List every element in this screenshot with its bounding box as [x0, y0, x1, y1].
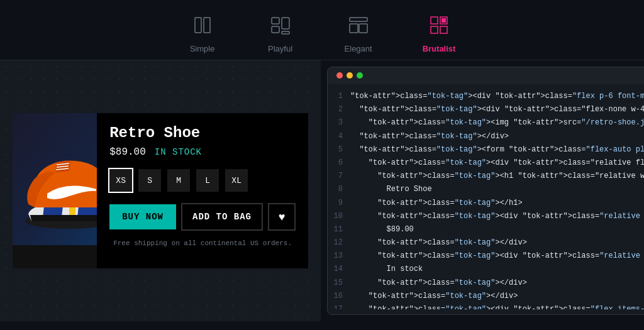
nav-item-brutalist[interactable]: Brutalist [423, 11, 456, 53]
left-panel: Retro Shoe $89.00 IN STOCK XS S M L XL B… [0, 60, 321, 321]
product-title: Retro Shoe [109, 124, 296, 141]
main-content: Retro Shoe $89.00 IN STOCK XS S M L XL B… [0, 60, 644, 321]
code-line: 5 "tok-attr">class="tok-tag"><form "tok-… [328, 143, 644, 157]
add-to-bag-button[interactable]: ADD TO BAG [181, 203, 263, 231]
code-line: 15 "tok-attr">class="tok-tag"></div> [328, 277, 644, 290]
line-content: "tok-attr">class="tok-tag"><div "tok-att… [350, 304, 644, 309]
line-number: 15 [328, 277, 350, 289]
code-line: 3 "tok-attr">class="tok-tag"><img "tok-a… [328, 116, 644, 129]
line-number: 12 [328, 237, 350, 249]
line-content: "tok-attr">class="tok-tag"><div "tok-att… [350, 104, 644, 116]
buy-now-button[interactable]: BUY NOW [109, 204, 176, 229]
svg-rect-8 [359, 24, 367, 33]
line-number: 13 [328, 250, 350, 262]
product-price: $89.00 [109, 146, 146, 158]
code-line: 1"tok-attr">class="tok-tag"><div "tok-at… [328, 90, 644, 103]
action-buttons: BUY NOW ADD TO BAG ♥ [109, 203, 296, 231]
line-content: "tok-attr">class="tok-tag"><div "tok-att… [350, 157, 644, 169]
size-xl-button[interactable]: XL [225, 169, 248, 192]
svg-rect-2 [272, 18, 279, 24]
svg-rect-1 [204, 18, 210, 33]
line-content: $89.00 [350, 224, 414, 236]
nav-item-playful[interactable]: Playful [267, 11, 294, 53]
line-number: 5 [328, 144, 350, 156]
svg-rect-4 [272, 26, 279, 33]
line-number: 2 [328, 104, 350, 116]
svg-rect-12 [440, 26, 447, 33]
code-line: 6 "tok-attr">class="tok-tag"><div "tok-a… [328, 157, 644, 170]
code-line: 10 "tok-attr">class="tok-tag"><div "tok-… [328, 210, 644, 223]
code-line: 2 "tok-attr">class="tok-tag"><div "tok-a… [328, 103, 644, 116]
layout-elegant-icon [345, 11, 372, 39]
code-line: 12 "tok-attr">class="tok-tag"></div> [328, 236, 644, 250]
code-line: 8 Retro Shoe [328, 183, 644, 196]
nav-brutalist-label: Brutalist [423, 44, 456, 53]
product-card-inner: Retro Shoe $89.00 IN STOCK XS S M L XL B… [13, 113, 308, 268]
line-content: "tok-attr">class="tok-tag"><div "tok-att… [350, 91, 644, 102]
traffic-light-yellow [347, 72, 353, 79]
line-content: "tok-attr">class="tok-tag"><div "tok-att… [350, 211, 644, 223]
top-navigation: Simple Playful Elegant [0, 0, 644, 60]
line-number: 1 [328, 91, 350, 102]
line-content: "tok-attr">class="tok-tag"></div> [350, 237, 527, 249]
svg-rect-7 [350, 24, 358, 33]
line-content: In stock [350, 263, 423, 275]
svg-rect-11 [431, 26, 438, 33]
layout-playful-icon [267, 11, 294, 39]
code-line: 17 "tok-attr">class="tok-tag"><div "tok-… [328, 303, 644, 309]
heart-icon: ♥ [279, 211, 286, 224]
code-content[interactable]: 1"tok-attr">class="tok-tag"><div "tok-at… [328, 84, 644, 309]
shipping-text: Free shipping on all continental US orde… [109, 239, 296, 257]
code-line: 11 $89.00 [328, 223, 644, 236]
svg-rect-13 [441, 18, 446, 23]
line-content: "tok-attr">class="tok-tag"></div> [350, 131, 509, 143]
size-m-button[interactable]: M [167, 169, 190, 192]
traffic-light-green [357, 72, 363, 79]
svg-rect-6 [350, 18, 367, 21]
nav-item-elegant[interactable]: Elegant [345, 11, 372, 53]
svg-rect-5 [282, 31, 289, 34]
line-number: 6 [328, 157, 350, 169]
line-number: 10 [328, 211, 350, 223]
product-form-section: Retro Shoe $89.00 IN STOCK XS S M L XL B… [97, 113, 308, 268]
size-xs-button[interactable]: XS [109, 169, 132, 192]
product-price-row: $89.00 IN STOCK [109, 146, 296, 158]
svg-rect-3 [282, 18, 289, 29]
product-stock-badge: IN STOCK [155, 147, 202, 157]
line-number: 9 [328, 197, 350, 209]
traffic-light-red [336, 72, 343, 79]
line-number: 7 [328, 170, 350, 182]
product-image [13, 113, 97, 245]
product-image-section [13, 113, 97, 268]
line-number: 17 [328, 304, 350, 309]
code-line: 4 "tok-attr">class="tok-tag"></div> [328, 130, 644, 143]
line-number: 14 [328, 263, 350, 275]
line-content: "tok-attr">class="tok-tag"><div "tok-att… [350, 250, 644, 262]
wishlist-button[interactable]: ♥ [268, 203, 296, 231]
nav-simple-label: Simple [190, 44, 215, 53]
code-line: 7 "tok-attr">class="tok-tag"><h1 "tok-at… [328, 170, 644, 183]
code-editor: 1"tok-attr">class="tok-tag"><div "tok-at… [327, 67, 644, 315]
size-s-button[interactable]: S [138, 169, 161, 192]
line-content: "tok-attr">class="tok-tag"><img "tok-att… [350, 117, 644, 129]
code-line: 13 "tok-attr">class="tok-tag"><div "tok-… [328, 250, 644, 263]
svg-rect-9 [431, 17, 438, 24]
code-editor-titlebar [328, 67, 644, 84]
line-content: "tok-attr">class="tok-tag"></h1> [350, 197, 523, 209]
nav-elegant-label: Elegant [345, 44, 372, 53]
line-content: "tok-attr">class="tok-tag"><form "tok-at… [350, 144, 644, 156]
line-number: 3 [328, 117, 350, 129]
size-l-button[interactable]: L [196, 169, 219, 192]
code-line: 9 "tok-attr">class="tok-tag"></h1> [328, 197, 644, 210]
line-number: 4 [328, 131, 350, 143]
line-number: 8 [328, 184, 350, 195]
nav-playful-label: Playful [268, 44, 292, 53]
layout-simple-icon [189, 11, 216, 39]
code-line: 14 In stock [328, 263, 644, 276]
line-number: 16 [328, 290, 350, 302]
product-card: Retro Shoe $89.00 IN STOCK XS S M L XL B… [13, 113, 308, 268]
nav-item-simple[interactable]: Simple [189, 11, 216, 53]
code-line: 16 "tok-attr">class="tok-tag"></div> [328, 290, 644, 303]
line-number: 11 [328, 224, 350, 236]
line-content: Retro Shoe [350, 184, 432, 195]
